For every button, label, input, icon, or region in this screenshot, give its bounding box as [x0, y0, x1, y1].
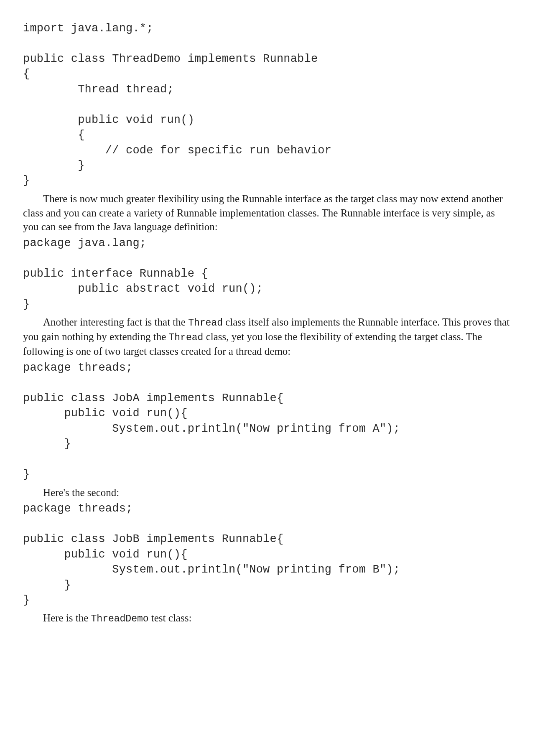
inline-code-threaddemo: ThreadDemo — [91, 613, 149, 624]
code-block-2: package java.lang; public interface Runn… — [23, 236, 512, 312]
para4-text-b: test class: — [149, 612, 192, 624]
para2-text-a: Another interesting fact is that the — [43, 316, 188, 328]
paragraph-2: Another interesting fact is that the Thr… — [23, 315, 512, 359]
code-block-1: import java.lang.*; public class ThreadD… — [23, 21, 512, 188]
paragraph-4: Here is the ThreadDemo test class: — [23, 611, 512, 626]
paragraph-3: Here's the second: — [23, 486, 512, 500]
paragraph-1: There is now much greater flexibility us… — [23, 192, 512, 234]
para4-text-a: Here is the — [43, 612, 91, 624]
inline-code-thread-2: Thread — [169, 332, 204, 343]
code-block-4: package threads; public class JobB imple… — [23, 501, 512, 608]
inline-code-thread-1: Thread — [188, 318, 223, 328]
code-block-3: package threads; public class JobA imple… — [23, 360, 512, 482]
